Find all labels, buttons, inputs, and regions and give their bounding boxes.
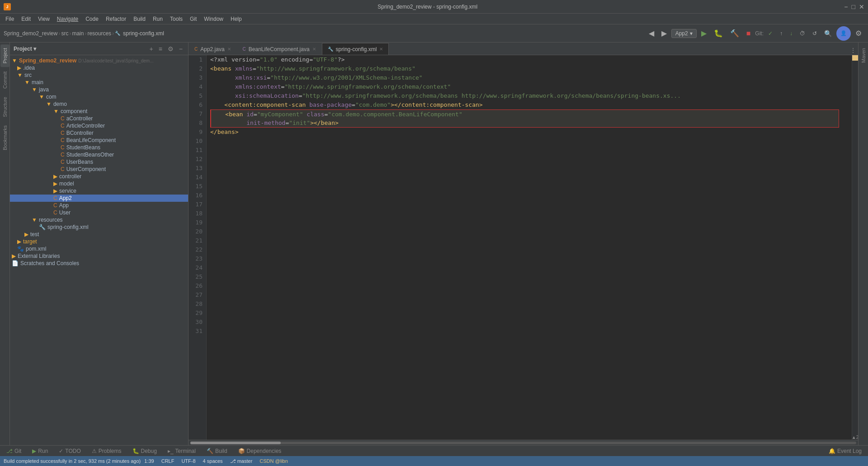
project-tab[interactable]: Project — [0, 44, 9, 67]
menu-run[interactable]: Run — [149, 15, 166, 23]
forward-button[interactable]: ▶ — [659, 27, 670, 39]
git-history[interactable]: ⏱ — [797, 29, 808, 38]
project-hide-button[interactable]: − — [177, 44, 184, 53]
status-encoding[interactable]: UTF-8 — [181, 458, 195, 464]
tree-item-bcontroller[interactable]: C BController — [10, 129, 188, 137]
tree-item-external-libs[interactable]: ▶ External Libraries — [10, 252, 188, 260]
line-numbers: 1 2 3 4 5 6 7 8 9 10 11 12 13 14 15 16 1… — [189, 55, 207, 440]
tree-item-resources[interactable]: ▼ resources — [10, 216, 188, 223]
settings-gear[interactable]: ⚙ — [853, 27, 864, 39]
event-log-button[interactable]: 🔔 Event Log — [826, 447, 864, 455]
warning-indicator[interactable] — [852, 55, 858, 61]
breadcrumb-src[interactable]: src — [61, 30, 68, 37]
tree-item-userbeans[interactable]: C UserBeans — [10, 158, 188, 166]
maven-tab[interactable]: Maven — [859, 44, 868, 67]
run-tool-button[interactable]: ▶ Run — [29, 447, 51, 455]
bookmarks-tab[interactable]: Bookmarks — [0, 122, 9, 154]
tree-item-demo[interactable]: ▼ demo — [10, 100, 188, 108]
status-indent[interactable]: 4 spaces — [203, 458, 223, 464]
tree-item-acontroller[interactable]: C aController — [10, 115, 188, 122]
project-add-button[interactable]: + — [147, 44, 155, 53]
breadcrumb-project[interactable]: Spring_demo2_review — [4, 30, 57, 37]
tree-item-app[interactable]: C App — [10, 202, 188, 209]
editor-settings-button[interactable]: ⋮ — [848, 46, 858, 55]
tree-item-test[interactable]: ▶ test — [10, 231, 188, 238]
breadcrumb-file[interactable]: spring-config.xml — [123, 30, 164, 37]
search-everywhere-button[interactable]: 🔍 — [821, 28, 835, 39]
tree-item-java[interactable]: ▼ java — [10, 86, 188, 93]
terminal-tool-button[interactable]: ▸_ Terminal — [165, 447, 198, 455]
code-content[interactable]: <?xml version="1.0" encoding="UTF-8"?> <… — [207, 55, 852, 440]
git-check[interactable]: ✓ — [765, 29, 775, 38]
build-button[interactable]: 🔨 — [727, 27, 742, 39]
tree-item-spring-config[interactable]: 🔧 spring-config.xml — [10, 223, 188, 231]
menu-edit[interactable]: Edit — [18, 15, 34, 23]
tree-item-pom[interactable]: 🐾 pom.xml — [10, 245, 188, 252]
tree-item-studentbeans[interactable]: C StudentBeans — [10, 144, 188, 151]
tree-item-idea[interactable]: ▶ .idea — [10, 64, 188, 71]
menu-help[interactable]: Help — [227, 15, 245, 23]
breadcrumb-resources[interactable]: resources — [87, 30, 111, 37]
tree-item-service[interactable]: ▶ service — [10, 187, 188, 195]
tree-item-src[interactable]: ▼ src — [10, 71, 188, 79]
tab-beanlife-java[interactable]: C BeanLifeComponent.java ✕ — [237, 43, 322, 55]
git-pull[interactable]: ↓ — [787, 29, 795, 38]
tree-item-user[interactable]: C User — [10, 209, 188, 216]
close-button[interactable]: ✕ — [859, 3, 864, 10]
scrollbar-thumb[interactable] — [190, 442, 281, 444]
status-git-branch[interactable]: ⎇ master — [230, 458, 253, 464]
tab-app2-java[interactable]: C App2.java ✕ — [189, 43, 237, 55]
debug-button[interactable]: 🐛 — [711, 27, 726, 39]
tree-item-component[interactable]: ▼ component — [10, 108, 188, 115]
stop-button[interactable]: ■ — [744, 28, 754, 39]
horizontal-scrollbar[interactable] — [189, 440, 858, 445]
build-tool-button[interactable]: 🔨 Build — [204, 447, 230, 455]
menu-refactor[interactable]: Refactor — [102, 15, 130, 23]
commit-tab[interactable]: Commit — [0, 68, 9, 92]
menu-window[interactable]: Window — [200, 15, 227, 23]
problems-tool-button[interactable]: ⚠ Problems — [89, 447, 124, 455]
menu-file[interactable]: File — [2, 15, 18, 23]
menu-tools[interactable]: Tools — [166, 15, 186, 23]
tree-item-studentbeansother[interactable]: C StudentBeansOther — [10, 151, 188, 158]
git-tool-button[interactable]: ⎇ Git — [4, 447, 24, 455]
structure-tab[interactable]: Structure — [0, 93, 9, 121]
menu-code[interactable]: Code — [82, 15, 102, 23]
status-line-col[interactable]: 1:39 — [144, 458, 154, 464]
maximize-button[interactable]: □ — [852, 3, 855, 10]
tree-item-scratches[interactable]: 📄 Scratches and Consoles — [10, 260, 188, 267]
tree-item-root[interactable]: ▼ Spring_demo2_review D:\Java\code\test_… — [10, 57, 188, 64]
status-line-ending[interactable]: CRLF — [161, 458, 175, 464]
debug-tool-button[interactable]: 🐛 Debug — [130, 447, 160, 455]
tree-item-model[interactable]: ▶ model — [10, 180, 188, 187]
tab-spring-config-xml-close[interactable]: ✕ — [379, 47, 383, 52]
git-push[interactable]: ↑ — [777, 29, 785, 38]
minimize-button[interactable]: − — [844, 3, 848, 10]
menu-build[interactable]: Build — [130, 15, 149, 23]
code-line-19 — [210, 218, 848, 227]
menu-git[interactable]: Git — [186, 15, 200, 23]
project-settings-button[interactable]: ⚙ — [166, 44, 175, 53]
tree-item-main[interactable]: ▼ main — [10, 79, 188, 86]
run-button[interactable]: ▶ — [698, 27, 709, 39]
run-config-selector[interactable]: App2 ▾ — [671, 29, 697, 38]
tree-item-usercomponent[interactable]: C UserComponent — [10, 166, 188, 173]
breadcrumb-main[interactable]: main — [72, 30, 84, 37]
tab-spring-config-xml[interactable]: 🔧 spring-config.xml ✕ — [322, 43, 389, 55]
back-button[interactable]: ◀ — [646, 27, 657, 39]
project-collapse-button[interactable]: ≡ — [157, 44, 164, 53]
menu-navigate[interactable]: Navigate — [53, 15, 82, 23]
menu-view[interactable]: View — [34, 15, 53, 23]
tab-app2-java-close[interactable]: ✕ — [227, 47, 231, 52]
tree-item-controller[interactable]: ▶ controller — [10, 173, 188, 180]
dependencies-tool-button[interactable]: 📦 Dependencies — [236, 447, 284, 455]
tree-item-articlecontroller[interactable]: C ArticleController — [10, 122, 188, 129]
tree-item-app2[interactable]: C App2 — [10, 195, 188, 202]
git-rollback[interactable]: ↺ — [810, 29, 820, 38]
tab-beanlife-java-close[interactable]: ✕ — [312, 47, 316, 52]
tree-item-com[interactable]: ▼ com — [10, 93, 188, 100]
account-avatar[interactable]: 👤 — [836, 26, 851, 41]
tree-item-target[interactable]: ▶ target — [10, 238, 188, 245]
todo-tool-button[interactable]: ✓ TODO — [56, 447, 83, 455]
tree-item-beanlifecomponent[interactable]: C BeanLifeComponent — [10, 137, 188, 144]
